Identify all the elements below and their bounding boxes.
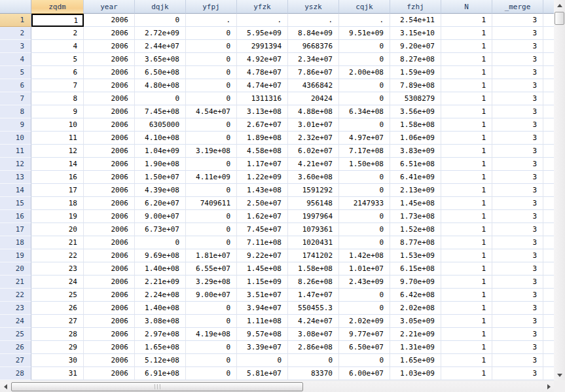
cell[interactable]: 0 [339,92,390,105]
cell[interactable]: 1.53e+09 [390,249,441,262]
cell[interactable]: 0 [339,79,390,92]
cell[interactable]: 0 [186,158,237,171]
cell[interactable]: 1.04e+09 [135,145,186,158]
cell[interactable]: 2006 [84,315,135,328]
current-cell[interactable]: 1 [31,14,84,27]
cell[interactable]: 4.80e+08 [135,79,186,92]
cell[interactable]: 2006 [84,14,135,27]
scroll-right-button[interactable] [543,382,554,392]
cell[interactable]: 4.39e+08 [135,184,186,197]
cell[interactable]: 2006 [84,145,135,158]
cell[interactable]: 2.67e+07 [237,118,288,132]
cell[interactable]: 1.17e+07 [237,158,288,171]
cell[interactable]: 3 [492,302,543,315]
cell[interactable]: 0 [135,14,186,27]
cell[interactable]: 20424 [288,92,339,105]
cell[interactable]: 0 [186,27,237,40]
cell[interactable]: 1 [441,171,492,184]
cell[interactable]: 29 [31,341,84,354]
cell[interactable]: 0 [186,53,237,66]
cell[interactable]: 6.15e+08 [390,262,441,276]
cell[interactable]: 2006 [84,249,135,262]
column-header-cqjk[interactable]: cqjk [339,0,390,14]
cell[interactable]: 1.59e+09 [390,66,441,79]
cell[interactable]: 1 [441,118,492,132]
cell[interactable]: 0 [339,223,390,236]
cell[interactable]: 0 [186,367,237,380]
cell[interactable]: 30 [31,354,84,367]
scroll-down-button[interactable] [554,370,565,380]
cell[interactable]: 31 [31,367,84,380]
cell[interactable]: 3 [492,328,543,341]
cell[interactable]: 19 [31,210,84,223]
cell[interactable]: 3 [492,132,543,145]
cell[interactable]: 1 [441,367,492,380]
column-header-yfzk[interactable]: yfzk [237,0,288,14]
row-number[interactable]: 24 [0,315,31,328]
scroll-left-button[interactable] [0,382,10,392]
cell[interactable]: 1.42e+08 [339,249,390,262]
cell[interactable]: 1.43e+08 [237,184,288,197]
cell[interactable]: 3 [492,184,543,197]
cell[interactable]: 1 [441,92,492,105]
cell[interactable]: 3.05e+09 [390,315,441,328]
cell[interactable]: 1 [441,354,492,367]
cell[interactable]: 0 [339,118,390,132]
cell[interactable]: 8 [31,92,84,105]
row-number[interactable]: 28 [0,367,31,380]
row-number[interactable]: 8 [0,105,31,118]
cell[interactable]: 2.32e+07 [288,132,339,145]
cell[interactable]: 0 [339,40,390,53]
cell[interactable]: 1.45e+08 [237,262,288,276]
cell[interactable]: 6305000 [135,118,186,132]
cell[interactable]: 9.00e+07 [186,289,237,302]
cell[interactable]: 3.08e+08 [135,315,186,328]
row-number[interactable]: 18 [0,236,31,249]
horizontal-scrollbar[interactable] [0,382,554,392]
cell[interactable]: 3.56e+09 [390,105,441,118]
cell[interactable]: 1 [441,236,492,249]
row-number[interactable]: 12 [0,158,31,171]
cell[interactable]: 1 [441,14,492,27]
cell[interactable]: 956148 [288,197,339,210]
cell[interactable]: 3 [492,171,543,184]
cell[interactable]: 6.41e+09 [390,171,441,184]
cell[interactable]: 3.19e+08 [186,145,237,158]
cell[interactable]: 2.50e+07 [237,197,288,210]
cell[interactable]: 2006 [84,105,135,118]
scroll-up-button[interactable] [554,0,565,10]
row-number[interactable]: 22 [0,289,31,302]
cell[interactable]: 6 [31,66,84,79]
cell[interactable]: 1 [441,184,492,197]
cell[interactable]: 14 [31,158,84,171]
cell[interactable]: 3.94e+07 [237,302,288,315]
column-header-yfpj[interactable]: yfpj [186,0,237,14]
cell[interactable]: 2006 [84,171,135,184]
row-number[interactable]: 5 [0,66,31,79]
cell[interactable]: 1.47e+07 [288,289,339,302]
cell[interactable]: 0 [135,92,186,105]
column-header-merge[interactable]: _merge [492,0,543,14]
cell[interactable]: 0 [186,79,237,92]
cell[interactable]: 2147933 [339,197,390,210]
cell[interactable]: 3 [492,118,543,132]
cell[interactable]: 0 [339,289,390,302]
cell[interactable]: 1.03e+09 [390,367,441,380]
vertical-scrollbar-thumb[interactable] [555,12,564,25]
cell[interactable]: 1.62e+07 [237,210,288,223]
cell[interactable]: 1020431 [288,236,339,249]
cell[interactable]: 6.20e+07 [135,197,186,210]
cell[interactable]: 2006 [84,40,135,53]
row-number[interactable]: 21 [0,276,31,289]
cell[interactable]: 1.50e+08 [339,158,390,171]
cell[interactable]: 17 [31,184,84,197]
cell[interactable]: 1.01e+07 [339,262,390,276]
cell[interactable]: 2006 [84,276,135,289]
cell[interactable]: 1.89e+08 [237,132,288,145]
cell[interactable]: 4366842 [288,79,339,92]
cell[interactable]: 2006 [84,223,135,236]
cell[interactable]: 2006 [84,118,135,132]
cell[interactable]: 0 [186,210,237,223]
cell[interactable]: 0 [186,302,237,315]
cell[interactable]: 21 [31,236,84,249]
